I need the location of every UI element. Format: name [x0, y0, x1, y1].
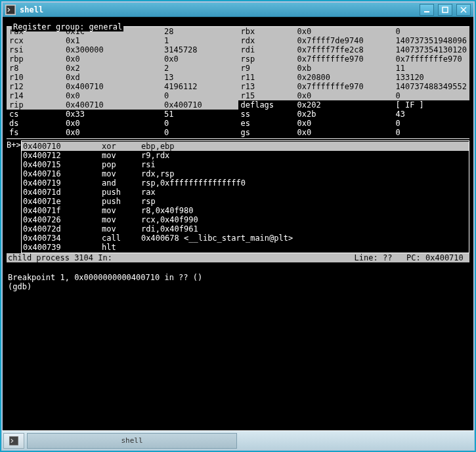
asm-row: 0x400739hlt [22, 243, 469, 252]
reg-dec: [ IF ] [396, 100, 470, 110]
reg-dec: 28 [164, 27, 238, 36]
svg-rect-0 [6, 5, 15, 14]
breakpoint-marker: B+> [7, 140, 21, 150]
reg-hex: 0x2 [66, 64, 164, 73]
reg-hex: 0x1 [66, 36, 164, 45]
register-row: r100xd13 [7, 73, 238, 82]
app-window: shell Register group: general rax0x1c28r… [1, 1, 475, 451]
reg-name: cs [7, 110, 66, 119]
reg-dec: 51 [164, 110, 238, 119]
reg-hex: 0x0 [66, 91, 164, 100]
reg-name: fs [7, 128, 66, 137]
titlebar[interactable]: shell [3, 3, 473, 17]
asm-mnemonic: mov [102, 215, 141, 224]
close-button[interactable] [456, 4, 471, 16]
register-row: gs0x00 [238, 128, 470, 137]
asm-mnemonic: xor [102, 142, 141, 151]
reg-name: rip [7, 100, 66, 110]
reg-dec: 140737351948096 [396, 36, 470, 45]
reg-dec: 0x400710 [164, 100, 238, 110]
reg-name: rdx [238, 36, 297, 45]
register-row: r150x00 [238, 91, 470, 100]
taskbar[interactable]: shell [2, 430, 474, 450]
asm-row: 0x400726movrcx,0x40f990 [22, 215, 469, 224]
asm-row: 0x400710xorebp,ebp [22, 142, 469, 151]
asm-addr: 0x400726 [23, 215, 102, 224]
minimize-button[interactable] [420, 4, 434, 16]
asm-addr: 0x400739 [23, 243, 102, 252]
reg-hex: 0x400710 [66, 82, 164, 91]
reg-hex: 0x7ffff7de9740 [297, 36, 396, 45]
reg-name: r12 [7, 82, 66, 91]
asm-operands: r9,rdx [141, 151, 169, 160]
reg-dec: 0 [164, 91, 238, 100]
register-row: r110x20800133120 [238, 73, 470, 82]
asm-mnemonic: hlt [102, 243, 141, 252]
reg-hex: 0x202 [297, 100, 396, 110]
reg-hex: 0x0 [66, 128, 164, 137]
asm-operands: 0x400678 <__libc_start_main@plt> [141, 234, 293, 243]
asm-operands: rdx,rsp [141, 169, 175, 178]
asm-addr: 0x400734 [23, 234, 102, 243]
reg-name: r11 [238, 73, 297, 82]
register-row: fs0x00 [7, 128, 238, 137]
register-row: deflags0x202[ IF ] [238, 100, 470, 110]
register-row: r130x7fffffffe970140737488349552 [238, 82, 470, 91]
reg-name: es [238, 119, 297, 128]
reg-dec: 13 [164, 73, 238, 82]
reg-dec: 0 [396, 27, 470, 36]
asm-addr: 0x40071f [23, 206, 102, 215]
register-row: rdi0x7ffff7ffe2c8140737354130120 [238, 45, 470, 54]
reg-name: rdi [238, 45, 297, 54]
asm-operands: rsi [141, 160, 156, 169]
reg-dec: 0x7fffffffe970 [396, 54, 470, 64]
reg-dec: 0 [396, 128, 470, 137]
reg-hex: 0x0 [297, 119, 396, 128]
asm-row: 0x40071fmovr8,0x40f980 [22, 206, 469, 215]
status-line: child process 3104 In: Line: ?? PC: 0x40… [7, 253, 469, 262]
asm-operands: rdi,0x40f961 [141, 224, 198, 234]
register-group-title: Register group: general [12, 22, 123, 31]
register-row: ss0x2b43 [238, 110, 470, 119]
asm-addr: 0x400710 [23, 142, 102, 151]
breakpoint-message: Breakpoint 1, 0x0000000000400710 in ?? (… [8, 273, 202, 282]
reg-dec: 1 [164, 36, 238, 45]
status-left: child process 3104 In: [8, 253, 112, 262]
reg-dec: 0 [396, 119, 470, 128]
asm-row: 0x400715poprsi [22, 160, 469, 169]
asm-row: 0x40072dmovrdi,0x40f961 [22, 224, 469, 234]
reg-hex: 0x0 [297, 27, 396, 36]
asm-addr: 0x40072d [23, 224, 102, 234]
reg-name: r9 [238, 64, 297, 73]
asm-row: 0x40071dpushrax [22, 188, 469, 197]
reg-hex: 0x0 [297, 91, 396, 100]
reg-name: r15 [238, 91, 297, 100]
asm-mnemonic: push [102, 197, 141, 206]
terminal-icon [9, 436, 18, 445]
start-button[interactable] [3, 433, 24, 449]
terminal-content[interactable]: Register group: general rax0x1c28rcx0x11… [3, 17, 473, 449]
asm-row: 0x40071epushrsp [22, 197, 469, 206]
register-row: rbx0x00 [238, 27, 470, 36]
reg-dec: 140737354130120 [396, 45, 470, 54]
reg-dec: 0x0 [164, 54, 238, 64]
reg-name: r10 [7, 73, 66, 82]
register-row: es0x00 [238, 119, 470, 128]
reg-name: rbx [238, 27, 297, 36]
gdb-prompt[interactable]: (gdb) [8, 282, 36, 291]
reg-hex: 0x33 [66, 110, 164, 119]
asm-operands: rcx,0x40f990 [141, 215, 198, 224]
reg-hex: 0x7ffff7ffe2c8 [297, 45, 396, 54]
svg-rect-5 [9, 436, 18, 445]
asm-mnemonic: mov [102, 224, 141, 234]
gdb-output: Breakpoint 1, 0x0000000000400710 in ?? (… [7, 262, 469, 293]
reg-name: ds [7, 119, 66, 128]
reg-dec: 0 [164, 119, 238, 128]
reg-name: rbp [7, 54, 66, 64]
taskbar-app-shell[interactable]: shell [27, 433, 237, 449]
register-row: rip0x4007100x400710 [7, 100, 238, 110]
reg-dec: 11 [396, 64, 470, 73]
reg-dec: 0 [164, 128, 238, 137]
asm-operands: rax [141, 188, 156, 197]
maximize-button[interactable] [438, 4, 452, 16]
